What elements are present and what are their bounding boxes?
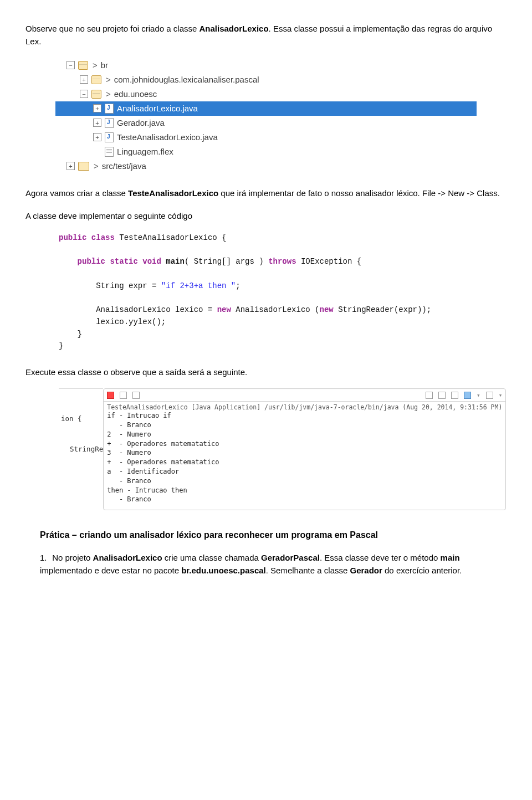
tree-label: src/test/java — [102, 161, 146, 171]
tree-row[interactable]: + > src/test/java — [55, 159, 477, 173]
package-icon — [78, 61, 88, 70]
tree-row[interactable]: + Gerador.java — [55, 116, 477, 130]
code-block: public class TesteAnalisadorLexico { pub… — [59, 232, 507, 352]
expand-toggle-icon[interactable]: + — [93, 133, 101, 141]
java-file-icon — [105, 132, 114, 142]
terminate-icon[interactable] — [107, 392, 114, 399]
console-header: TesteAnalisadorLexico [Java Application]… — [104, 402, 505, 411]
tree-row[interactable]: + > com.johnidouglas.lexicalanaliser.pas… — [55, 73, 477, 87]
tree-label: AnalisadorLexico.java — [117, 104, 198, 113]
tree-row[interactable]: Linguagem.flex — [55, 145, 477, 159]
console-screenshot: ion { StringRe ▾ ▾ TesteAnalisadorLexico… — [59, 388, 480, 510]
flex-file-icon — [105, 147, 114, 157]
project-tree: − > br + > com.johnidouglas.lexicalanali… — [55, 58, 477, 173]
tree-label: TesteAnalisadorLexico.java — [117, 132, 218, 142]
tree-row-selected[interactable]: + AnalisadorLexico.java — [55, 101, 477, 116]
mid-text: Agora vamos criar a classe — [25, 188, 128, 198]
expand-toggle-icon[interactable]: + — [93, 104, 101, 112]
gt-icon: > — [93, 60, 98, 70]
package-icon — [91, 90, 101, 99]
java-file-icon — [105, 104, 114, 114]
java-file-icon — [105, 118, 114, 128]
paragraph-impl-code: A classe deve implementar o seguinte cód… — [25, 209, 507, 222]
pin-icon[interactable] — [451, 392, 458, 399]
tree-label: Gerador.java — [117, 118, 165, 127]
tree-row[interactable]: − > br — [55, 58, 477, 73]
intro-class-name: AnalisadorLexico — [200, 24, 269, 33]
folder-icon — [78, 162, 89, 171]
expand-toggle-icon[interactable]: + — [66, 162, 75, 170]
numbered-list: 1. No projeto AnalisadorLexico crie uma … — [40, 551, 507, 577]
chevron-down-icon[interactable]: ▾ — [477, 392, 480, 399]
expand-toggle-icon[interactable]: + — [93, 119, 101, 127]
expand-toggle-icon[interactable]: − — [66, 61, 75, 69]
intro-paragraph: Observe que no seu projeto foi criado a … — [25, 22, 507, 48]
editor-fragment-left: ion { StringRe — [59, 388, 103, 510]
gt-icon: > — [106, 89, 111, 99]
remove-all-icon[interactable] — [132, 392, 140, 399]
section-heading: Prática – criando um analisador léxico p… — [40, 530, 507, 540]
tree-label: Linguagem.flex — [117, 147, 173, 156]
mid-text-end: que irá implementar de fato o nosso anal… — [218, 188, 500, 198]
tree-label: br — [101, 60, 108, 70]
paragraph-execute: Execute essa classe o observe que a saíd… — [25, 366, 507, 378]
console-panel: ▾ ▾ TesteAnalisadorLexico [Java Applicat… — [103, 388, 506, 510]
console-body: if - Intrucao if - Branco 2 - Numero + -… — [104, 411, 505, 510]
paragraph-create-class: Agora vamos criar a classe TesteAnalisad… — [25, 187, 507, 199]
code-content: public class TesteAnalisadorLexico { pub… — [59, 232, 507, 352]
console-toolbar: ▾ ▾ — [104, 389, 505, 402]
list-number: 1. — [40, 551, 50, 564]
intro-text: Observe que no seu projeto foi criado a … — [25, 24, 200, 33]
tree-label: com.johnidouglas.lexicalanaliser.pascal — [114, 75, 259, 84]
expand-toggle-icon[interactable]: + — [80, 75, 88, 84]
package-icon — [91, 75, 101, 84]
open-console-icon[interactable] — [486, 392, 493, 399]
tree-row[interactable]: − > edu.unoesc — [55, 87, 477, 101]
display-selected-icon[interactable] — [464, 392, 471, 399]
editor-frag1: ion { — [61, 414, 103, 423]
expand-toggle-icon[interactable]: − — [80, 90, 88, 98]
remove-icon[interactable] — [120, 392, 127, 399]
tree-row[interactable]: + TesteAnalisadorLexico.java — [55, 130, 477, 145]
mid-class-name: TesteAnalisadorLexico — [128, 188, 218, 198]
tree-label: edu.unoesc — [114, 89, 157, 99]
chevron-down-icon[interactable]: ▾ — [499, 392, 503, 399]
gt-icon: > — [106, 75, 111, 84]
editor-frag2: StringRe — [70, 445, 103, 453]
list-item: 1. No projeto AnalisadorLexico crie uma … — [40, 551, 507, 577]
gt-icon: > — [94, 161, 99, 171]
clear-icon[interactable] — [438, 392, 446, 399]
document-page: Observe que no seu projeto foi criado a … — [0, 0, 532, 603]
scroll-lock-icon[interactable] — [426, 392, 433, 399]
